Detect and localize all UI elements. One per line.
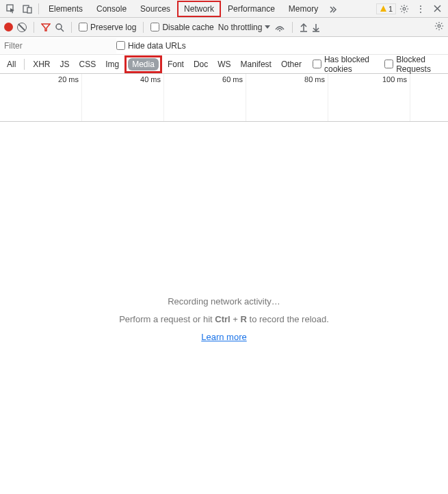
tick-label: 20 ms xyxy=(58,75,79,83)
learn-more-link[interactable]: Learn more xyxy=(201,332,246,342)
type-media-highlight: Media xyxy=(124,55,162,73)
type-css[interactable]: CSS xyxy=(75,58,100,70)
device-toggle-icon[interactable] xyxy=(21,2,34,16)
svg-line-9 xyxy=(406,11,407,12)
type-filter-bar: All XHR JS CSS Img Media Font Doc WS Man… xyxy=(0,55,448,74)
timeline-tick: 20 ms xyxy=(0,74,82,121)
hide-data-urls-input[interactable] xyxy=(116,41,125,50)
blocked-requests-label: Blocked Requests xyxy=(396,55,445,74)
separator xyxy=(143,22,144,33)
tab-performance[interactable]: Performance xyxy=(221,1,282,17)
svg-line-27 xyxy=(441,28,442,29)
record-button[interactable] xyxy=(4,23,13,31)
type-all[interactable]: All xyxy=(3,58,20,70)
tab-sources[interactable]: Sources xyxy=(133,1,177,17)
inspect-icon[interactable] xyxy=(4,2,18,16)
svg-point-3 xyxy=(403,8,406,10)
svg-line-11 xyxy=(406,5,407,6)
type-manifest[interactable]: Manifest xyxy=(237,58,276,70)
filter-input[interactable] xyxy=(0,38,116,53)
more-tabs-icon[interactable] xyxy=(326,2,340,16)
svg-point-21 xyxy=(438,25,440,27)
type-font[interactable]: Font xyxy=(163,58,188,70)
type-media[interactable]: Media xyxy=(128,58,159,70)
kebab-menu-icon[interactable]: ⋮ xyxy=(414,2,427,16)
preserve-log-label: Preserve log xyxy=(90,23,136,32)
tab-network[interactable]: Network xyxy=(177,1,221,17)
throttling-label: No throttling xyxy=(218,23,263,32)
blocked-requests-input[interactable] xyxy=(384,60,393,68)
tick-label: 60 ms xyxy=(222,75,243,83)
empty-state: Recording network activity… Perform a re… xyxy=(0,293,448,346)
has-blocked-cookies-label: Has blocked cookies xyxy=(324,55,380,74)
svg-line-10 xyxy=(401,11,402,12)
type-other[interactable]: Other xyxy=(277,58,306,70)
filter-bar: Hide data URLs xyxy=(0,37,448,55)
close-icon[interactable] xyxy=(430,2,444,16)
blocked-requests-checkbox[interactable]: Blocked Requests xyxy=(384,55,445,74)
type-doc[interactable]: Doc xyxy=(189,58,212,70)
import-har-icon[interactable] xyxy=(300,23,308,32)
chevron-down-icon[interactable] xyxy=(265,25,270,29)
warnings-badge[interactable]: 1 xyxy=(376,3,396,14)
tab-memory[interactable]: Memory xyxy=(282,1,325,17)
timeline-tick: 40 ms xyxy=(82,74,164,121)
separator xyxy=(24,59,25,70)
search-icon[interactable] xyxy=(55,23,64,32)
empty-line2: Perform a request or hit Ctrl + R to rec… xyxy=(0,311,448,328)
type-img[interactable]: Img xyxy=(101,58,123,70)
timeline-overview[interactable]: 20 ms 40 ms 60 ms 80 ms 100 ms xyxy=(0,74,448,122)
disable-cache-input[interactable] xyxy=(150,23,159,31)
disable-cache-checkbox[interactable]: Disable cache xyxy=(150,23,213,32)
empty-line1: Recording network activity… xyxy=(0,293,448,311)
clear-button[interactable] xyxy=(17,23,27,32)
export-har-icon[interactable] xyxy=(312,23,320,32)
svg-rect-2 xyxy=(27,8,31,13)
warning-count: 1 xyxy=(388,5,393,13)
type-js[interactable]: JS xyxy=(55,58,73,70)
tab-elements[interactable]: Elements xyxy=(42,1,90,17)
svg-line-15 xyxy=(61,29,64,31)
throttling-select[interactable]: No throttling xyxy=(218,23,271,32)
network-conditions-icon[interactable] xyxy=(274,23,285,32)
svg-point-14 xyxy=(56,24,62,29)
has-blocked-cookies-input[interactable] xyxy=(313,60,321,68)
svg-point-16 xyxy=(279,30,280,31)
tick-label: 40 ms xyxy=(140,75,161,83)
hide-data-urls-checkbox[interactable]: Hide data URLs xyxy=(116,41,186,51)
preserve-log-input[interactable] xyxy=(79,23,88,31)
timeline-tick: 60 ms xyxy=(164,74,246,121)
devtools-topbar: Elements Console Sources Network Perform… xyxy=(0,0,448,18)
hide-data-urls-label: Hide data URLs xyxy=(128,41,186,51)
disable-cache-label: Disable cache xyxy=(162,23,213,32)
settings-gear-icon[interactable] xyxy=(397,2,411,16)
main-tabs: Elements Console Sources Network Perform… xyxy=(42,1,376,17)
type-xhr[interactable]: XHR xyxy=(29,58,54,70)
network-toolbar: Preserve log Disable cache No throttling xyxy=(0,18,448,37)
tick-label: 80 ms xyxy=(304,75,325,83)
separator xyxy=(34,22,34,33)
panel-settings-gear-icon[interactable] xyxy=(434,21,444,33)
separator xyxy=(292,22,293,33)
svg-line-29 xyxy=(441,23,442,24)
tab-console[interactable]: Console xyxy=(90,1,133,17)
separator xyxy=(71,22,72,33)
timeline-tick: 100 ms xyxy=(328,74,410,121)
tick-label: 100 ms xyxy=(382,75,407,83)
type-ws[interactable]: WS xyxy=(213,58,235,70)
svg-line-28 xyxy=(436,28,437,29)
has-blocked-cookies-checkbox[interactable]: Has blocked cookies xyxy=(313,55,380,74)
svg-line-26 xyxy=(436,23,437,24)
svg-line-8 xyxy=(401,5,402,6)
separator xyxy=(38,3,39,14)
preserve-log-checkbox[interactable]: Preserve log xyxy=(79,23,136,32)
filter-icon[interactable] xyxy=(41,23,51,32)
timeline-tick: 80 ms xyxy=(246,74,328,121)
